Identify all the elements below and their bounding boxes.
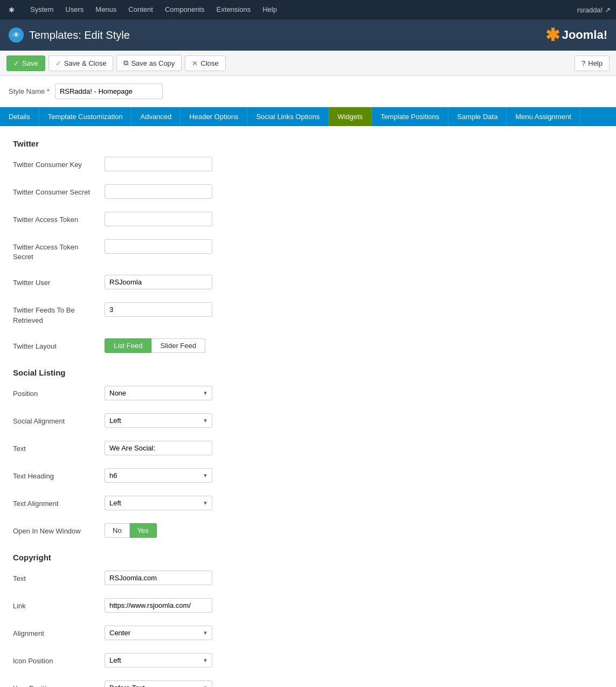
twitter-consumer-secret-group: Twitter Consumer Secret — [13, 184, 603, 203]
nav-users[interactable]: Users — [60, 0, 89, 19]
twitter-layout-toggle: List Feed Slider Feed — [105, 338, 205, 353]
twitter-user-label: Twitter User — [13, 275, 105, 288]
copyright-alignment-select[interactable]: Left Center Right — [105, 626, 212, 640]
year-position-label: Year Position — [13, 681, 105, 687]
twitter-access-token-secret-group: Twitter Access Token Secret — [13, 239, 603, 266]
icon-position-group: Icon Position Left Right — [13, 653, 603, 672]
close-icon: ✕ — [192, 59, 198, 67]
icon-position-select[interactable]: Left Right — [105, 653, 212, 668]
joomla-logo-icon: ✱ — [5, 4, 17, 16]
nav-menus[interactable]: Menus — [90, 0, 122, 19]
nav-extensions[interactable]: Extensions — [211, 0, 257, 19]
save-copy-button[interactable]: ⧉ Save as Copy — [116, 55, 182, 71]
header-bar: 👁 Templates: Edit Style ✱ Joomla! — [0, 19, 616, 51]
twitter-consumer-secret-label: Twitter Consumer Secret — [13, 184, 105, 197]
open-no-button[interactable]: No — [105, 523, 130, 538]
tab-menu-assignment[interactable]: Menu Assignment — [507, 107, 580, 126]
help-button[interactable]: ? Help — [575, 55, 610, 71]
top-navigation: ✱ System Users Menus Content Components … — [0, 0, 616, 19]
copyright-text-label: Text — [13, 571, 105, 584]
tab-header-options[interactable]: Header Options — [181, 107, 247, 126]
text-heading-group: Text Heading h1 h2 h3 h4 h5 h6 — [13, 468, 603, 487]
check-icon: ✓ — [56, 59, 61, 67]
text-heading-select-wrapper: h1 h2 h3 h4 h5 h6 — [105, 468, 212, 483]
copy-icon: ⧉ — [123, 59, 128, 67]
copyright-link-group: Link — [13, 598, 603, 617]
tab-template-positions[interactable]: Template Positions — [372, 107, 448, 126]
close-button[interactable]: ✕ Close — [185, 55, 225, 71]
icon-position-label: Icon Position — [13, 653, 105, 666]
style-name-label: Style Name * — [9, 87, 50, 95]
nav-help[interactable]: Help — [257, 0, 282, 19]
social-listing-title: Social Listing — [13, 368, 603, 377]
social-listing-divider: Social Listing — [13, 368, 603, 377]
twitter-section-title: Twitter — [13, 139, 603, 148]
tab-sample-data[interactable]: Sample Data — [448, 107, 507, 126]
copyright-link-label: Link — [13, 598, 105, 611]
social-text-input[interactable] — [105, 441, 212, 455]
twitter-layout-group: Twitter Layout List Feed Slider Feed — [13, 338, 603, 357]
social-alignment-select-wrapper: Left Center Right — [105, 413, 212, 428]
twitter-access-token-input[interactable] — [105, 212, 212, 226]
open-new-window-toggle: No Yes — [105, 523, 157, 538]
twitter-feeds-label: Twitter Feeds To Be Retrieved — [13, 302, 105, 325]
help-icon: ? — [582, 59, 585, 67]
twitter-access-token-secret-label: Twitter Access Token Secret — [13, 239, 105, 262]
social-alignment-group: Social Alignment Left Center Right — [13, 413, 603, 432]
slider-feed-button[interactable]: Slider Feed — [151, 338, 205, 353]
social-alignment-select[interactable]: Left Center Right — [105, 413, 212, 428]
copyright-text-input[interactable] — [105, 571, 212, 585]
twitter-user-group: Twitter User — [13, 275, 603, 294]
joomla-brand-text: Joomla! — [562, 28, 607, 42]
twitter-layout-label: Twitter Layout — [13, 338, 105, 351]
page-icon: 👁 — [9, 27, 24, 43]
year-position-select[interactable]: Before Text After Text None — [105, 681, 212, 687]
tabs-bar: Details Template Customization Advanced … — [0, 107, 616, 126]
twitter-feeds-input[interactable] — [105, 302, 212, 317]
copyright-alignment-label: Alignment — [13, 626, 105, 639]
nav-system[interactable]: System — [25, 0, 59, 19]
copyright-alignment-group: Alignment Left Center Right — [13, 626, 603, 644]
social-text-label: Text — [13, 441, 105, 454]
twitter-consumer-secret-input[interactable] — [105, 184, 212, 199]
tab-advanced[interactable]: Advanced — [131, 107, 181, 126]
save-button[interactable]: ✓ Save — [6, 55, 45, 71]
twitter-user-input[interactable] — [105, 275, 212, 289]
social-text-group: Text — [13, 441, 603, 460]
save-close-button[interactable]: ✓ Save & Close — [49, 55, 114, 71]
save-icon: ✓ — [13, 59, 19, 67]
style-name-input[interactable] — [55, 84, 163, 99]
copyright-link-input[interactable] — [105, 598, 212, 613]
joomla-brand: ✱ Joomla! — [545, 25, 607, 45]
nav-content[interactable]: Content — [123, 0, 158, 19]
social-alignment-label: Social Alignment — [13, 413, 105, 426]
text-alignment-group: Text Alignment Left Center Right — [13, 496, 603, 515]
open-yes-button[interactable]: Yes — [130, 523, 157, 538]
twitter-access-token-label: Twitter Access Token — [13, 212, 105, 225]
tab-template-customization[interactable]: Template Customization — [39, 107, 132, 126]
twitter-consumer-key-input[interactable] — [105, 157, 212, 171]
tab-widgets[interactable]: Widgets — [329, 107, 372, 126]
position-group: Position None Top Bottom Left Right — [13, 386, 603, 405]
content-area: Twitter Twitter Consumer Key Twitter Con… — [0, 126, 616, 687]
list-feed-button[interactable]: List Feed — [105, 338, 151, 353]
user-info: rsradda! ↗ — [577, 6, 611, 14]
text-alignment-select[interactable]: Left Center Right — [105, 496, 212, 510]
text-heading-label: Text Heading — [13, 468, 105, 481]
tab-social-links[interactable]: Social Links Options — [247, 107, 329, 126]
nav-components[interactable]: Components — [160, 0, 210, 19]
copyright-text-group: Text — [13, 571, 603, 589]
year-position-group: Year Position Before Text After Text Non… — [13, 681, 603, 687]
text-heading-select[interactable]: h1 h2 h3 h4 h5 h6 — [105, 468, 212, 483]
twitter-consumer-key-label: Twitter Consumer Key — [13, 157, 105, 170]
eye-icon: 👁 — [12, 31, 20, 39]
style-name-bar: Style Name * — [0, 76, 616, 107]
tab-details[interactable]: Details — [0, 107, 39, 126]
open-new-window-group: Open In New Window No Yes — [13, 523, 603, 542]
position-select[interactable]: None Top Bottom Left Right — [105, 386, 212, 400]
icon-position-select-wrapper: Left Right — [105, 653, 212, 668]
page-title: Templates: Edit Style — [29, 29, 545, 41]
toolbar: ✓ Save ✓ Save & Close ⧉ Save as Copy ✕ C… — [0, 51, 616, 76]
twitter-access-token-secret-input[interactable] — [105, 239, 212, 254]
position-select-wrapper: None Top Bottom Left Right — [105, 386, 212, 400]
